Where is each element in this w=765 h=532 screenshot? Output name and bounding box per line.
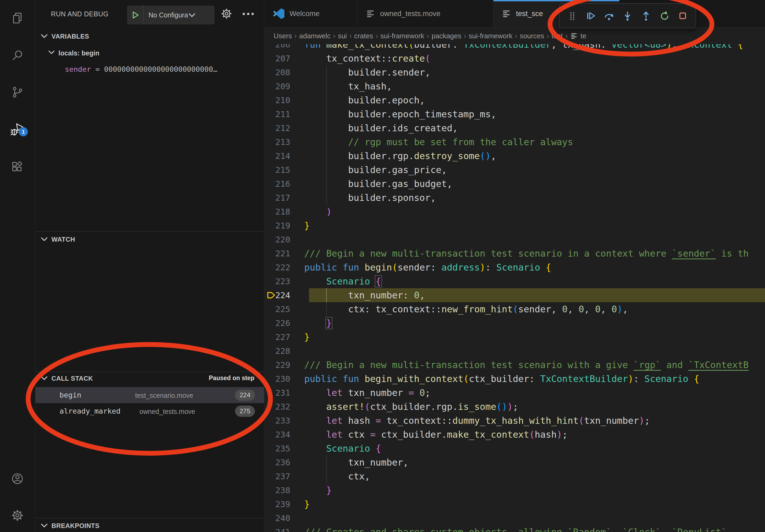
breadcrumb-item[interactable]: test xyxy=(552,32,563,40)
code-line: 219} xyxy=(264,219,765,232)
tab-welcome[interactable]: Welcome xyxy=(264,0,358,27)
step-into-button[interactable] xyxy=(620,8,634,24)
start-debug-config-button[interactable]: No Configura xyxy=(127,6,215,24)
code-text: ctx: tx_context::new_from_hint(sender, 0… xyxy=(304,302,628,316)
debug-badge: 1 xyxy=(19,127,28,136)
explorer-icon[interactable] xyxy=(11,12,24,25)
breadcrumb-separator: › xyxy=(294,32,297,40)
chevron-down-icon xyxy=(189,13,195,17)
code-line: 214 builder.rgp.destroy_some(), xyxy=(264,149,765,163)
breadcrumb-separator: › xyxy=(427,32,429,40)
line-number: 241 xyxy=(264,525,290,532)
more-actions-icon[interactable] xyxy=(242,11,254,18)
breadcrumb-item[interactable]: sui-framework xyxy=(381,32,424,40)
restart-button[interactable] xyxy=(657,8,671,24)
vscode-logo-icon xyxy=(273,8,285,20)
move-file-icon xyxy=(502,9,511,18)
breadcrumb-item[interactable]: sources xyxy=(520,32,544,40)
line-number: 229 xyxy=(264,358,290,372)
variables-scope-label[interactable]: locals: begin xyxy=(58,49,99,57)
step-out-button[interactable] xyxy=(639,8,653,24)
code-text: } xyxy=(304,219,310,232)
line-number: 227 xyxy=(264,330,290,344)
equals-sign: = xyxy=(95,65,100,73)
tab-label: Welcome xyxy=(290,10,320,18)
chevron-down-icon[interactable] xyxy=(41,376,48,381)
move-file-icon xyxy=(366,9,375,18)
breadcrumb-item[interactable]: Users xyxy=(274,32,292,40)
tab-owned-tests[interactable]: owned_tests.move xyxy=(358,0,493,27)
line-number: 239 xyxy=(264,497,290,511)
breadcrumb-item[interactable]: sui-framework xyxy=(469,32,512,40)
code-text: builder.gas_price, xyxy=(304,163,447,177)
frame-line-badge: 275 xyxy=(235,405,255,417)
sidebar-run-and-debug: RUN AND DEBUG No Configura xyxy=(35,0,264,532)
line-number: 213 xyxy=(264,135,290,149)
code-text: } xyxy=(304,316,332,330)
account-icon[interactable] xyxy=(11,472,24,486)
run-and-debug-icon[interactable]: 1 xyxy=(11,123,24,137)
line-number: 226 xyxy=(264,316,290,330)
breadcrumb[interactable]: Users›adamwelc›sui›crates›sui-framework›… xyxy=(264,28,765,44)
call-stack-frame[interactable]: already_markedowned_tests.move275 xyxy=(35,403,264,419)
extensions-icon[interactable] xyxy=(11,161,24,174)
code-text: let hash = tx_context::dummy_tx_hash_wit… xyxy=(304,413,650,427)
settings-gear-icon[interactable] xyxy=(11,509,24,523)
code-line: 230public fun begin_with_context(ctx_bui… xyxy=(264,372,765,386)
line-number: 237 xyxy=(264,469,290,483)
code-line: 216 builder.gas_budget, xyxy=(264,177,765,191)
code-line: 215 builder.gas_price, xyxy=(264,163,765,177)
line-number: 232 xyxy=(264,400,290,413)
editor-code-area[interactable]: 206fun make_tx_context(builder: TxContex… xyxy=(264,0,765,532)
step-over-button[interactable] xyxy=(602,8,616,24)
line-number: 234 xyxy=(264,427,290,441)
code-text: // rgp must be set from the caller alway… xyxy=(304,135,573,149)
code-line: 209 tx_hash, xyxy=(264,79,765,93)
continue-button[interactable] xyxy=(584,8,598,24)
code-line: 229/// Begin a new multi-transaction tes… xyxy=(264,358,765,372)
gripper-icon[interactable] xyxy=(565,8,579,24)
line-number: 219 xyxy=(264,219,290,232)
line-number: 215 xyxy=(264,163,290,177)
breadcrumb-item[interactable]: adamwelc xyxy=(299,32,331,40)
source-control-icon[interactable] xyxy=(11,86,24,100)
code-text: let txn_number = 0; xyxy=(304,386,430,400)
divider xyxy=(35,518,264,518)
gear-icon[interactable] xyxy=(221,8,232,20)
chevron-down-icon[interactable] xyxy=(41,34,48,38)
frame-file: owned_tests.move xyxy=(139,408,195,415)
activity-bar: 1 xyxy=(0,0,35,532)
chevron-down-icon[interactable] xyxy=(41,236,48,241)
frame-function: begin xyxy=(60,391,81,399)
code-line: 223 Scenario { xyxy=(264,274,765,288)
code-line: 213 // rgp must be set from the caller a… xyxy=(264,135,765,149)
code-line: 238 } xyxy=(264,483,765,497)
chevron-down-icon[interactable] xyxy=(41,523,48,528)
breadcrumb-item[interactable]: sui xyxy=(338,32,347,40)
breadcrumb-item[interactable]: packages xyxy=(431,32,461,40)
breadcrumb-item[interactable]: crates xyxy=(354,32,373,40)
breadcrumb-file[interactable]: te xyxy=(581,32,586,40)
code-text: /// Begin a new multi-transaction test s… xyxy=(304,358,749,372)
variable-row[interactable]: sender = 0000000000000000000000000… xyxy=(65,65,217,73)
code-line: 240 xyxy=(264,511,765,525)
section-variables[interactable]: VARIABLES xyxy=(51,33,89,40)
code-text: builder.sponsor, xyxy=(304,191,436,205)
code-line: 211 builder.epoch_timestamp_ms, xyxy=(264,107,765,121)
code-line: 234 let ctx = ctx_builder.make_tx_contex… xyxy=(264,427,765,441)
code-line: 237 ctx, xyxy=(264,469,765,483)
stop-button[interactable] xyxy=(676,8,690,24)
section-breakpoints[interactable]: BREAKPOINTS xyxy=(51,522,99,530)
code-line: 231 let txn_number = 0; xyxy=(264,386,765,400)
variable-value: 0000000000000000000000000… xyxy=(104,65,217,73)
code-text: assert!(ctx_builder.rgp.is_some()); xyxy=(304,400,518,413)
section-watch[interactable]: WATCH xyxy=(51,236,75,243)
code-line: 228 xyxy=(264,344,765,358)
search-icon[interactable] xyxy=(11,49,24,63)
debug-status-badge: Paused on step xyxy=(209,375,254,382)
section-call-stack[interactable]: CALL STACK xyxy=(51,375,93,382)
code-text: } xyxy=(304,330,310,344)
chevron-down-icon[interactable] xyxy=(48,50,55,54)
divider xyxy=(35,372,264,372)
call-stack-frame[interactable]: begintest_scenario.move224 xyxy=(35,387,264,403)
